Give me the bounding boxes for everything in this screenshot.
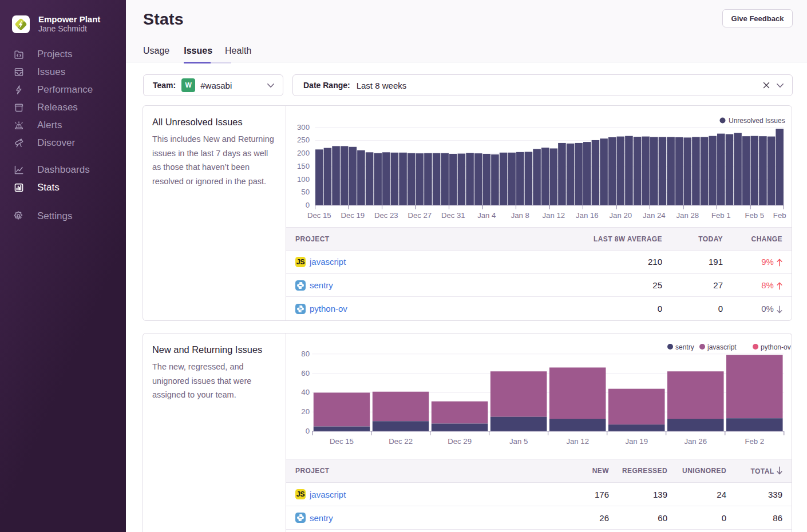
svg-text:Jan 26: Jan 26 [684, 437, 707, 446]
svg-text:Jan 12: Jan 12 [542, 211, 565, 220]
svg-text:200: 200 [297, 149, 310, 157]
svg-text:python-ov: python-ov [761, 343, 791, 351]
svg-text:Jan 5: Jan 5 [509, 437, 528, 446]
svg-text:Unresolved Issues: Unresolved Issues [729, 117, 785, 125]
svg-text:300: 300 [297, 123, 310, 132]
svg-text:20: 20 [301, 407, 310, 416]
svg-text:Dec 29: Dec 29 [448, 437, 472, 446]
svg-text:Jan 16: Jan 16 [576, 211, 599, 220]
svg-text:Dec 23: Dec 23 [374, 211, 398, 220]
svg-text:Jan 4: Jan 4 [477, 211, 496, 220]
svg-text:Dec 15: Dec 15 [307, 211, 331, 220]
svg-text:javascript: javascript [707, 343, 737, 351]
svg-text:Dec 22: Dec 22 [389, 437, 413, 446]
svg-text:Dec 15: Dec 15 [330, 437, 354, 446]
svg-text:Feb 1: Feb 1 [711, 211, 731, 220]
svg-text:0: 0 [306, 427, 310, 435]
svg-text:40: 40 [301, 388, 310, 396]
svg-text:250: 250 [297, 136, 310, 144]
svg-text:Jan 19: Jan 19 [625, 437, 648, 446]
svg-text:100: 100 [297, 175, 310, 184]
svg-text:Jan 8: Jan 8 [511, 211, 529, 220]
svg-text:Jan 20: Jan 20 [609, 211, 632, 220]
svg-text:Feb 5: Feb 5 [745, 211, 764, 220]
svg-text:50: 50 [301, 188, 310, 196]
svg-text:Dec 31: Dec 31 [441, 211, 465, 220]
svg-text:Dec 19: Dec 19 [341, 211, 365, 220]
svg-text:Dec 27: Dec 27 [408, 211, 432, 220]
svg-text:Jan 24: Jan 24 [643, 211, 666, 220]
svg-text:80: 80 [301, 350, 310, 358]
svg-text:Feb: Feb [773, 211, 786, 220]
svg-text:150: 150 [297, 162, 310, 170]
svg-text:60: 60 [301, 369, 310, 378]
svg-text:sentry: sentry [675, 343, 694, 351]
svg-text:Feb 2: Feb 2 [745, 437, 764, 446]
svg-text:Jan 12: Jan 12 [566, 437, 589, 446]
svg-text:Jan 28: Jan 28 [676, 211, 699, 220]
svg-text:0: 0 [306, 201, 310, 209]
